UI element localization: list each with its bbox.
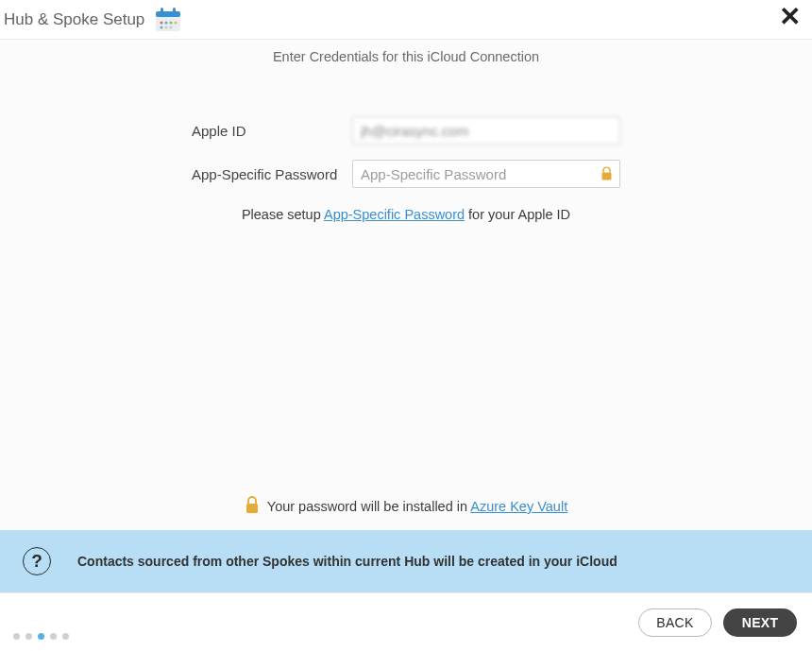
dialog-body: Enter Credentials for this iCloud Connec… (0, 40, 812, 592)
dialog-title: Hub & Spoke Setup (4, 10, 144, 29)
lock-icon (601, 167, 613, 181)
svg-point-9 (165, 26, 168, 28)
help-icon: ? (23, 547, 51, 575)
dialog-header: Hub & Spoke Setup ✕ (0, 0, 812, 40)
azure-key-vault-link[interactable]: Azure Key Vault (470, 499, 567, 514)
step-dot (62, 633, 69, 640)
apple-id-input[interactable] (352, 116, 620, 145)
key-vault-notice: Your password will be installed in Azure… (0, 496, 812, 530)
svg-rect-2 (161, 8, 163, 14)
dialog-footer: BACK NEXT (0, 592, 812, 651)
svg-rect-12 (246, 504, 258, 513)
next-button[interactable]: NEXT (723, 608, 797, 637)
app-specific-password-link[interactable]: App-Specific Password (324, 207, 465, 222)
svg-point-4 (161, 21, 163, 24)
calendar-icon (154, 7, 182, 33)
instruction-text: Enter Credentials for this iCloud Connec… (0, 49, 812, 64)
step-dot (50, 633, 57, 640)
info-banner: ? Contacts sourced from other Spokes wit… (0, 530, 812, 592)
app-specific-password-hint: Please setup App-Specific Password for y… (242, 207, 570, 222)
app-specific-password-label: App-Specific Password (192, 166, 352, 182)
svg-point-7 (175, 21, 178, 24)
close-icon[interactable]: ✕ (779, 4, 801, 30)
svg-point-6 (170, 21, 173, 24)
svg-rect-3 (173, 8, 176, 14)
step-dot (25, 633, 32, 640)
app-specific-password-input[interactable] (352, 160, 620, 188)
back-button[interactable]: BACK (638, 608, 712, 637)
step-indicator (13, 633, 69, 640)
step-dot-active (38, 633, 44, 640)
step-dot (13, 633, 20, 640)
info-banner-text: Contacts sourced from other Spokes withi… (77, 554, 617, 569)
apple-id-label: Apple ID (192, 123, 352, 139)
svg-point-5 (165, 21, 168, 24)
svg-rect-1 (156, 11, 180, 17)
svg-point-8 (161, 26, 163, 28)
lock-icon (245, 496, 260, 517)
credentials-form: Apple ID App-Specific Password (0, 116, 812, 222)
svg-point-10 (170, 26, 173, 28)
svg-rect-11 (602, 173, 612, 180)
